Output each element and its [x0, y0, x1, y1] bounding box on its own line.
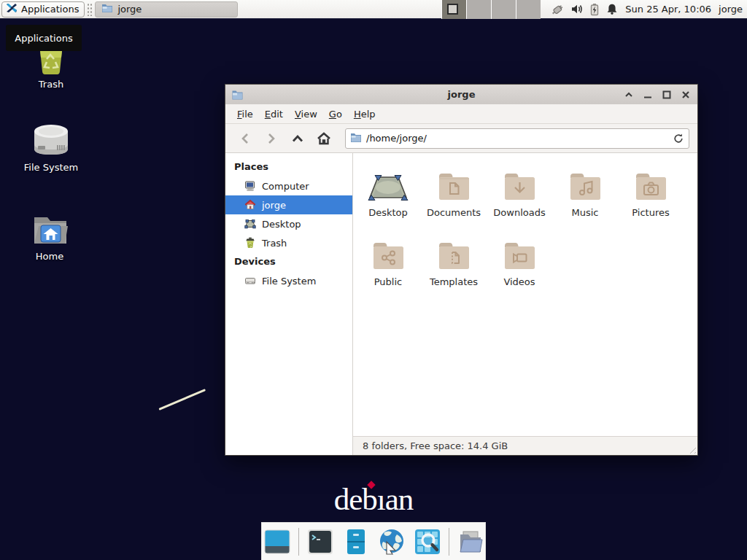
file-item-pictures[interactable]: Pictures — [618, 165, 684, 218]
file-cabinet-icon — [341, 527, 371, 556]
file-item-label: Documents — [421, 207, 487, 218]
menu-view[interactable]: View — [289, 106, 323, 122]
status-bar: 8 folders, Free space: 14.4 GiB — [353, 436, 697, 455]
shade-button[interactable] — [623, 89, 635, 101]
toolbar — [225, 124, 697, 153]
desktop-root: debıan Trash — [0, 0, 747, 560]
top-panel: Applications jorge — [0, 0, 747, 19]
window-body: Places Computer — [225, 153, 697, 455]
file-pane: Desktop Documents — [353, 153, 697, 455]
file-view[interactable]: Desktop Documents — [353, 153, 697, 436]
desktop-icon-label: Trash — [11, 79, 91, 90]
desktop-icon-home[interactable]: Home — [9, 213, 90, 262]
file-item-public[interactable]: Public — [355, 234, 421, 287]
sidebar-item-computer[interactable]: Computer — [225, 176, 352, 195]
file-manager-launcher[interactable] — [341, 527, 371, 556]
taskbar-window-label: jorge — [117, 4, 142, 15]
downloads-folder-icon — [487, 165, 552, 203]
xfce-logo-icon — [6, 2, 18, 16]
file-item-videos[interactable]: Videos — [487, 234, 552, 287]
directory-menu-launcher[interactable] — [456, 527, 485, 556]
menu-edit[interactable]: Edit — [259, 106, 289, 122]
file-item-documents[interactable]: Documents — [421, 165, 487, 218]
hard-drive-icon — [11, 122, 91, 159]
path-bar[interactable] — [345, 128, 689, 149]
minimize-button[interactable] — [642, 89, 654, 101]
file-item-desktop[interactable]: Desktop — [355, 165, 421, 218]
back-button[interactable] — [234, 128, 256, 149]
sidebar-item-jorge[interactable]: jorge — [225, 195, 352, 214]
computer-icon — [244, 180, 256, 192]
file-item-music[interactable]: Music — [552, 165, 618, 218]
window-titlebar[interactable]: jorge — [225, 85, 697, 104]
volume-icon[interactable] — [570, 3, 583, 15]
maximize-button[interactable] — [661, 89, 673, 101]
app-finder-icon — [413, 527, 442, 556]
dock-separator — [298, 528, 299, 556]
file-manager-window: jorge File Edit View Go Help — [225, 84, 698, 456]
system-tray — [551, 3, 618, 16]
menu-go[interactable]: Go — [323, 106, 348, 122]
sidebar-item-label: jorge — [262, 200, 286, 211]
desktop-icon-label: File System — [11, 162, 91, 173]
workspace-window-thumb — [447, 4, 458, 15]
workspace-3[interactable] — [492, 0, 516, 19]
window-controls — [623, 89, 692, 101]
sidebar-header-devices: Devices — [225, 252, 352, 271]
taskbar-window-button[interactable]: jorge — [95, 1, 238, 18]
drive-icon — [244, 275, 256, 287]
sidebar-item-label: Computer — [262, 181, 309, 192]
sidebar-item-desktop[interactable]: Desktop — [225, 214, 352, 233]
file-item-templates[interactable]: Templates — [421, 234, 487, 287]
panel-drag-handle[interactable] — [87, 3, 93, 16]
sidebar-item-label: Desktop — [262, 219, 301, 230]
applications-menu-button[interactable]: Applications — [1, 1, 85, 18]
window-folder-icon — [231, 89, 244, 100]
home-button[interactable] — [313, 128, 335, 149]
sidebar-item-trash[interactable]: Trash — [225, 233, 352, 252]
terminal-icon — [306, 527, 335, 556]
desktop-workspace-icon — [244, 218, 256, 230]
app-finder-launcher[interactable] — [413, 527, 442, 556]
forward-button[interactable] — [260, 128, 282, 149]
tooltip-text: Applications — [15, 33, 72, 44]
notification-bell-icon[interactable] — [606, 3, 618, 15]
workspace-2[interactable] — [467, 0, 491, 19]
workspace-1[interactable] — [442, 0, 466, 19]
debian-logo: debıan — [326, 481, 421, 517]
menu-file[interactable]: File — [231, 106, 259, 122]
templates-folder-icon — [421, 234, 487, 272]
show-desktop-button[interactable] — [263, 527, 292, 556]
path-folder-icon — [350, 132, 362, 144]
applications-tooltip: Applications — [6, 25, 82, 51]
panel-username[interactable]: jorge — [719, 4, 743, 15]
desktop-icon-file-system[interactable]: File System — [11, 122, 91, 173]
web-browser-launcher[interactable] — [377, 527, 406, 556]
terminal-launcher[interactable] — [306, 527, 335, 556]
desktop-folder-icon — [355, 165, 421, 203]
show-desktop-icon — [263, 527, 292, 556]
file-item-label: Pictures — [618, 207, 684, 218]
resize-grip[interactable] — [687, 445, 696, 454]
home-icon — [244, 199, 256, 211]
file-item-label: Desktop — [355, 207, 421, 218]
panel-clock[interactable]: Sun 25 Apr, 10:06 — [625, 4, 711, 15]
pictures-folder-icon — [618, 165, 684, 203]
close-button[interactable] — [680, 89, 692, 101]
sidebar-item-file-system[interactable]: File System — [225, 271, 352, 290]
desktop-icon-label: Home — [9, 251, 90, 262]
wallpaper-beam — [158, 389, 206, 411]
workspace-4[interactable] — [516, 0, 541, 19]
public-folder-icon — [355, 234, 421, 272]
up-button[interactable] — [287, 128, 309, 149]
path-input[interactable] — [366, 133, 668, 144]
trash-small-icon — [244, 237, 256, 249]
music-folder-icon — [552, 165, 618, 203]
file-item-label: Videos — [487, 276, 552, 287]
menu-help[interactable]: Help — [348, 106, 382, 122]
network-icon[interactable] — [551, 3, 564, 16]
panel-right-group: Sun 25 Apr, 10:06 jorge — [441, 0, 747, 19]
reload-icon[interactable] — [673, 133, 684, 144]
battery-icon[interactable] — [589, 3, 600, 16]
file-item-downloads[interactable]: Downloads — [487, 165, 552, 218]
